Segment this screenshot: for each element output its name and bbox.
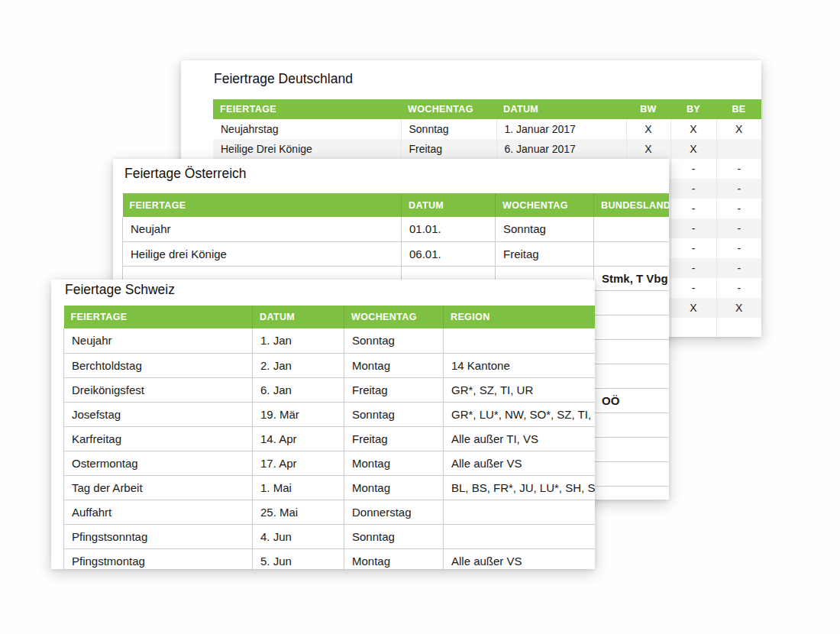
- table-cell: 25. Mai: [253, 500, 344, 524]
- table-row: Pfingstmontag5. JunMontagAlle außer VS: [64, 548, 596, 569]
- table-cell: Alle außer VS: [444, 451, 596, 475]
- table-cell: 14 Kantone: [444, 353, 596, 377]
- table-cell: Ostermontag: [64, 451, 253, 475]
- table-cell: X: [716, 119, 761, 139]
- table-cell: Freitag: [496, 241, 594, 266]
- table-cell: Heilige drei Könige: [123, 241, 402, 266]
- column-header: WOCHENTAG: [344, 306, 444, 328]
- table-row: Berchtoldstag2. JanMontag14 Kantone: [64, 353, 596, 377]
- table-cell: -: [716, 179, 761, 199]
- table-cell: 4. Jun: [253, 524, 344, 548]
- card-title-schweiz: Feiertage Schweiz: [65, 282, 175, 298]
- table-cell: Neujahr: [123, 217, 402, 241]
- table-cell: Sonntag: [401, 119, 496, 139]
- table-cell: [716, 139, 761, 159]
- column-header: BUNDESLAND: [594, 193, 670, 217]
- table-cell: Sonntag: [344, 524, 444, 548]
- table-cell: Pfingstsonntag: [64, 524, 253, 548]
- table-cell: 6. Januar 2017: [496, 139, 626, 159]
- table-cell: -: [670, 159, 716, 179]
- table-cell: Alle außer TI, VS: [444, 426, 596, 451]
- table-cell: X: [626, 139, 670, 159]
- table-cell: -: [716, 278, 761, 298]
- table-cell: [716, 318, 761, 337]
- table-cell: Auffahrt: [64, 500, 253, 524]
- table-row: Pfingstsonntag4. JunSonntag: [64, 524, 596, 548]
- table-cell: -: [670, 199, 716, 218]
- table-row: Dreikönigsfest6. JanFreitagGR*, SZ, TI, …: [64, 377, 596, 402]
- table-cell: -: [670, 238, 716, 258]
- table-cell: BL, BS, FR*, JU, LU*, SH, S: [444, 475, 596, 500]
- table-cell: 5. Jun: [253, 548, 344, 569]
- table-cell: 01.01.: [402, 217, 496, 241]
- page-background: Feiertrage Deutschland FEIERTAGEWOCHENTA…: [0, 0, 840, 634]
- table-row: Heilige Drei KönigeFreitag6. Januar 2017…: [213, 139, 761, 159]
- table-cell: [444, 500, 596, 524]
- table-cell: 1. Mai: [253, 475, 344, 500]
- table-cell: [670, 318, 716, 337]
- column-header: REGION: [444, 306, 596, 328]
- table-cell: X: [670, 119, 716, 139]
- table-cell: 6. Jan: [253, 377, 344, 402]
- table-row: NeujahrstagSonntag1. Januar 2017XXX: [213, 119, 761, 139]
- column-header: FEIERTAGE: [123, 193, 402, 217]
- table-cell: Freitag: [344, 377, 444, 402]
- table-cell: [594, 217, 670, 241]
- column-header: WOCHENTAG: [401, 99, 496, 119]
- table-cell: X: [716, 298, 761, 318]
- table-cell: Donnerstag: [344, 500, 444, 524]
- table-cell: GR*, SZ, TI, UR: [444, 377, 596, 402]
- table-cell: [444, 328, 596, 353]
- table-cell: Alle außer VS: [444, 548, 596, 569]
- column-header: FEIERTAGE: [213, 99, 401, 119]
- table-cell: [594, 241, 670, 266]
- table-cell: Neujahrstag: [213, 119, 401, 139]
- table-cell: Tag der Arbeit: [64, 475, 253, 500]
- table-cell: -: [716, 199, 761, 218]
- table-row: Tag der Arbeit1. MaiMontagBL, BS, FR*, J…: [64, 475, 596, 500]
- table-cell: X: [670, 298, 716, 318]
- table-cell: -: [670, 278, 716, 298]
- column-header: BY: [670, 99, 716, 119]
- header-row: FEIERTAGEWOCHENTAGDATUMBWBYBE: [213, 99, 761, 119]
- table-cell: X: [626, 119, 670, 139]
- table-cell: 1. Jan: [253, 328, 344, 353]
- card-title-oesterreich: Feiertage Österreich: [124, 166, 247, 182]
- card-title-deutschland: Feiertrage Deutschland: [214, 71, 353, 87]
- column-header: DATUM: [496, 99, 626, 119]
- table-cell: -: [670, 258, 716, 278]
- table-row: Auffahrt25. MaiDonnerstag: [64, 500, 596, 524]
- table-cell: [594, 315, 670, 339]
- table-cell: Neujahr: [64, 328, 253, 353]
- table-row: Heilige drei Könige06.01.Freitag: [123, 241, 670, 266]
- column-header: WOCHENTAG: [496, 193, 594, 217]
- table-cell: [594, 486, 670, 500]
- table-cell: Josefstag: [64, 402, 253, 426]
- table-cell: Montag: [344, 475, 444, 500]
- header-row: FEIERTAGEDATUMWOCHENTAGBUNDESLAND: [123, 193, 670, 217]
- table-cell: 06.01.: [402, 241, 496, 266]
- table-cell: -: [670, 218, 716, 238]
- table-cell: Karfreitag: [64, 426, 253, 451]
- table-cell: 2. Jan: [253, 353, 344, 377]
- table-cell: GR*, LU*, NW, SO*, SZ, TI,: [444, 402, 596, 426]
- column-header: BW: [626, 99, 670, 119]
- table-cell: Pfingstmontag: [64, 548, 253, 569]
- table-cell: Freitag: [401, 139, 496, 159]
- table-cell: [594, 364, 670, 388]
- table-cell: Sonntag: [496, 217, 594, 241]
- column-header: FEIERTAGE: [64, 306, 253, 328]
- column-header: DATUM: [253, 306, 344, 328]
- table-row: Neujahr01.01.Sonntag: [123, 217, 670, 241]
- card-feiertage-schweiz: Feiertage Schweiz FEIERTAGEDATUMWOCHENTA…: [51, 280, 595, 569]
- table-row: Ostermontag17. AprMontagAlle außer VS: [64, 451, 596, 475]
- table-cell: 17. Apr: [253, 451, 344, 475]
- header-row: FEIERTAGEDATUMWOCHENTAGREGION: [64, 306, 596, 328]
- table-cell: [594, 437, 670, 461]
- table-cell: [594, 339, 670, 364]
- table-feiertage-schweiz: FEIERTAGEDATUMWOCHENTAGREGIONNeujahr1. J…: [63, 306, 595, 569]
- table-cell: [594, 461, 670, 486]
- table-cell: -: [716, 238, 761, 258]
- table-cell: [594, 412, 670, 437]
- table-cell: X: [670, 139, 716, 159]
